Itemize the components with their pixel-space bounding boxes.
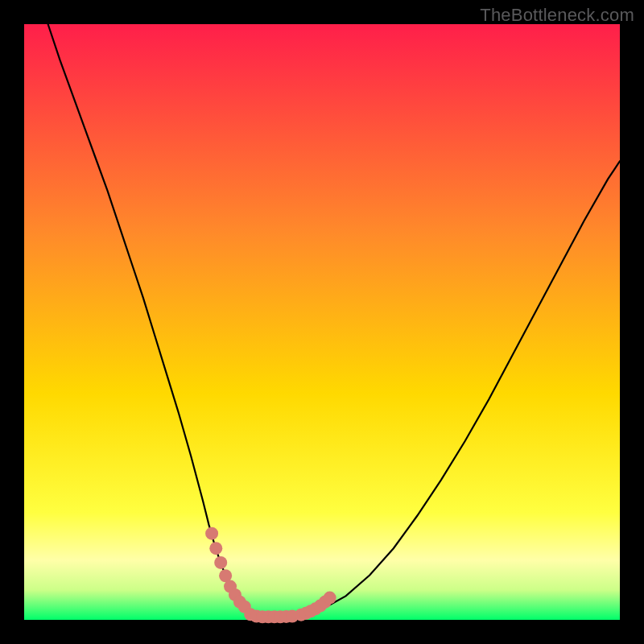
- curve-marker: [324, 592, 336, 605]
- watermark-text: TheBottleneck.com: [480, 5, 634, 26]
- curve-marker: [205, 527, 218, 540]
- chart-frame: TheBottleneck.com: [0, 0, 644, 644]
- curve-marker: [209, 542, 222, 555]
- curve-marker: [214, 556, 227, 569]
- bottleneck-chart: [0, 0, 644, 644]
